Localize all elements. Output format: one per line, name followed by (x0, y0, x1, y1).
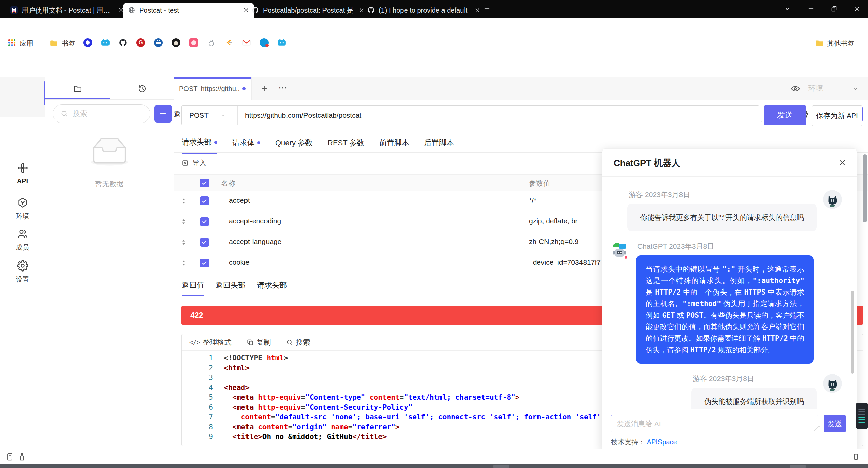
response-tab-3[interactable]: 请求头部 (257, 280, 287, 296)
qq-favicon[interactable] (260, 38, 269, 47)
chat-send-button[interactable]: 发送 (824, 415, 846, 432)
code-text: <meta http-equiv="Content-Security-Polic… (224, 403, 412, 411)
bookmark-folder-icon[interactable] (50, 38, 58, 47)
github-favicon[interactable] (119, 38, 127, 47)
header-name[interactable]: accept-encoding (229, 217, 281, 225)
group-folder-tab-icon[interactable] (73, 83, 82, 93)
new-tab-button[interactable] (479, 0, 494, 18)
chat-scrollbar-thumb[interactable] (851, 291, 854, 374)
apispace-link[interactable]: APISpace (647, 438, 677, 446)
header-value[interactable]: */* (529, 196, 536, 204)
browser-tab-1[interactable]: 用户使用文档 - Postcat | 用户使 (5, 3, 129, 18)
copy-button[interactable]: 复制 (246, 338, 271, 347)
row-checkbox[interactable] (200, 217, 209, 226)
editor-search-button[interactable]: 搜索 (286, 338, 310, 347)
add-api-button[interactable] (154, 105, 172, 123)
tab-more-icon[interactable]: ⋯ (277, 83, 288, 94)
format-button[interactable]: </> 整理格式 (189, 338, 232, 347)
window-minimize-button[interactable] (801, 0, 821, 18)
apps-label[interactable]: 应用 (20, 39, 33, 48)
people-icon (17, 228, 28, 240)
row-checkbox[interactable] (200, 238, 209, 247)
other-bookmarks-folder-icon[interactable] (815, 38, 824, 47)
header-value[interactable]: zh-CN,zh;q=0.9 (529, 238, 579, 246)
environment-chevron-down-icon[interactable] (852, 85, 859, 92)
response-tab-1[interactable]: 返回值 (182, 280, 204, 296)
chatgpt-close-icon[interactable] (838, 158, 847, 167)
import-button[interactable]: 导入 (181, 158, 206, 168)
sidebar-item-api[interactable]: API (0, 162, 45, 185)
line-number: 2 (182, 364, 213, 372)
pixiv-favicon[interactable] (189, 38, 198, 47)
sidebar-item-env[interactable]: 环境 (0, 197, 45, 221)
config-tab-4[interactable]: REST 参数 (328, 137, 364, 154)
browser-tab-4[interactable]: (1) I hope to provide a default (362, 3, 485, 18)
browser-tab-2[interactable]: Postcat - test (123, 3, 254, 18)
header-name[interactable]: accept (229, 196, 250, 204)
message-bubble[interactable]: 当请求头中的键以冒号 ":" 开头时，这通常表示这是一个特殊的请求头。例如，":… (636, 255, 814, 364)
add-tab-button[interactable] (259, 83, 270, 94)
page-scrollbar-thumb[interactable] (863, 154, 867, 222)
select-all-checkbox[interactable] (200, 179, 209, 187)
environment-select[interactable]: 环境 (808, 83, 823, 93)
explorer-tabs (45, 77, 174, 100)
browser-tab-3[interactable]: Postcatlab/postcat: Postcat 是 (247, 3, 370, 18)
monkey-favicon[interactable] (172, 38, 180, 47)
sidebar-item-people[interactable]: 成员 (0, 228, 45, 252)
send-button[interactable]: 发送 (764, 105, 806, 125)
config-tab-2[interactable]: 请求体 (232, 137, 260, 154)
header-name[interactable]: cookie (229, 258, 250, 266)
format-icon: </> (189, 339, 200, 346)
config-tab-1[interactable]: 请求头部 (182, 137, 217, 154)
message-bubble[interactable]: 你能告诉我更多有关于以":"开头的请求标头的信息吗 (627, 204, 817, 231)
row-checkbox[interactable] (200, 259, 209, 267)
chat-message-bot: ChatGPT 2023年3月8日当请求头中的键以冒号 ":" 开头时，这通常表… (611, 242, 842, 364)
message-meta: 游客 2023年3月8日 (693, 374, 817, 383)
statusbar-tool-icon[interactable] (18, 452, 26, 461)
window-restore-button[interactable] (824, 0, 844, 18)
drag-handle-icon[interactable] (180, 197, 188, 205)
request-tab[interactable]: POST https://githu... (174, 77, 252, 100)
gitee-favicon[interactable]: G (136, 38, 145, 47)
header-value[interactable]: gzip, deflate, br (529, 217, 578, 225)
method-select[interactable]: POST (182, 106, 238, 125)
bilibili-favicon[interactable] (101, 38, 110, 47)
save-as-new-api-button[interactable]: 保存为新 API (812, 105, 862, 126)
sidebar-item-label: API (0, 177, 45, 185)
header-value[interactable]: _device_id=7034817f7 (529, 258, 601, 266)
docker-favicon[interactable] (154, 38, 163, 47)
env-preview-eye-icon[interactable] (791, 84, 800, 93)
drag-handle-icon[interactable] (180, 259, 188, 267)
code-text: <html> (224, 364, 250, 372)
row-checkbox[interactable] (200, 196, 209, 205)
edge-extension-widget[interactable] (856, 403, 868, 429)
window-close-button[interactable] (847, 0, 867, 18)
tab-search-chevron-icon[interactable] (777, 0, 797, 18)
statusbar-device-icon[interactable] (852, 452, 861, 461)
app-status-bar (0, 449, 868, 465)
sidebar-item-gear[interactable]: 设置 (0, 260, 45, 284)
rabbit-favicon[interactable] (207, 38, 216, 47)
apps-grid-icon[interactable] (7, 38, 16, 47)
bilibili2-favicon[interactable] (277, 38, 286, 47)
header-name[interactable]: accept-language (229, 238, 281, 246)
message-bubble[interactable]: 伪头能被服务端所获取并识别吗 (691, 388, 817, 409)
chat-message-input[interactable] (611, 415, 818, 432)
response-tab-2[interactable]: 返回头部 (216, 280, 245, 296)
config-tab-6[interactable]: 后置脚本 (424, 137, 454, 154)
config-tab-5[interactable]: 前置脚本 (379, 137, 409, 154)
baidu-favicon[interactable] (83, 38, 92, 47)
bookmark-folder-label[interactable]: 书签 (62, 39, 75, 48)
chat-input-section: 发送 技术支持： APISpace (602, 409, 857, 453)
leetcode-favicon[interactable] (224, 38, 233, 47)
search-input[interactable] (72, 109, 141, 118)
config-tab-3[interactable]: Query 参数 (275, 137, 313, 154)
drag-handle-icon[interactable] (180, 218, 188, 226)
other-bookmarks-label[interactable]: 其他书签 (827, 39, 854, 48)
statusbar-journal-icon[interactable] (5, 452, 14, 461)
search-box[interactable] (53, 104, 150, 123)
history-tab-icon[interactable] (137, 83, 147, 93)
gmail-favicon[interactable] (242, 38, 251, 47)
request-url-input[interactable] (238, 111, 759, 120)
drag-handle-icon[interactable] (180, 238, 188, 246)
